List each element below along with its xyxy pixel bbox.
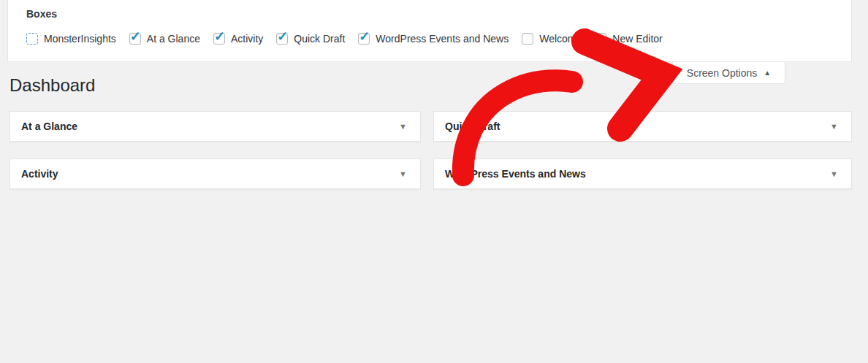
checkmark-icon: ✓ xyxy=(277,30,288,43)
checkbox-monsterinsights[interactable]: ✓ MonsterInsights xyxy=(26,33,116,45)
checkbox-input[interactable]: ✓ xyxy=(276,33,288,45)
checkbox-label: MonsterInsights xyxy=(44,33,116,45)
chevron-up-icon: ▲ xyxy=(764,69,771,77)
widget-title: WordPress Events and News xyxy=(445,168,586,180)
checkbox-input[interactable]: ✓ xyxy=(26,33,38,45)
checkbox-activity[interactable]: ✓ Activity xyxy=(213,33,263,45)
checkbox-input[interactable]: ✓ xyxy=(358,33,370,45)
checkbox-welcome[interactable]: ✓ Welcome xyxy=(522,33,582,45)
checkmark-icon: ✓ xyxy=(359,30,370,43)
checkbox-input[interactable]: ✓ xyxy=(595,33,606,45)
chevron-down-icon[interactable]: ▼ xyxy=(396,120,410,134)
checkbox-label: New Editor xyxy=(612,33,662,45)
chevron-down-icon[interactable]: ▼ xyxy=(827,120,841,134)
screen-options-tab[interactable]: Screen Options ▲ xyxy=(672,62,785,84)
checkbox-input[interactable]: ✓ xyxy=(129,33,141,45)
checkbox-quick-draft[interactable]: ✓ Quick Draft xyxy=(276,33,345,45)
checkbox-at-a-glance[interactable]: ✓ At a Glance xyxy=(129,33,200,45)
widget-at-a-glance[interactable]: At a Glance ▼ xyxy=(9,111,421,142)
widget-title: Activity xyxy=(21,168,58,180)
chevron-down-icon[interactable]: ▼ xyxy=(827,167,841,181)
widget-title: At a Glance xyxy=(21,121,77,132)
checkbox-new-editor[interactable]: ✓ New Editor xyxy=(595,33,662,45)
widget-activity[interactable]: Activity ▼ xyxy=(9,158,421,189)
chevron-down-icon[interactable]: ▼ xyxy=(396,167,410,181)
boxes-legend: Boxes xyxy=(26,8,57,20)
checkbox-input[interactable]: ✓ xyxy=(213,33,225,45)
checkbox-label: Welcome xyxy=(539,33,582,45)
checkbox-label: At a Glance xyxy=(147,33,200,45)
page-title: Dashboard xyxy=(9,75,95,96)
checkbox-input[interactable]: ✓ xyxy=(522,33,533,45)
checkmark-icon: ✓ xyxy=(130,30,141,43)
checkbox-label: Quick Draft xyxy=(294,33,345,45)
checkbox-label: Activity xyxy=(231,33,263,45)
checkmark-icon: ✓ xyxy=(214,30,225,43)
widget-wordpress-events-news[interactable]: WordPress Events and News ▼ xyxy=(433,158,852,189)
screen-options-tab-label: Screen Options xyxy=(687,67,758,79)
boxes-checkbox-row: ✓ MonsterInsights ✓ At a Glance ✓ Activi… xyxy=(26,33,663,45)
widget-quick-draft[interactable]: Quick Draft ▼ xyxy=(433,111,852,142)
checkbox-label: WordPress Events and News xyxy=(376,33,509,45)
screen-options-panel: Boxes ✓ MonsterInsights ✓ At a Glance ✓ … xyxy=(7,0,852,62)
checkbox-wordpress-events-news[interactable]: ✓ WordPress Events and News xyxy=(358,33,509,45)
widget-title: Quick Draft xyxy=(445,121,500,132)
